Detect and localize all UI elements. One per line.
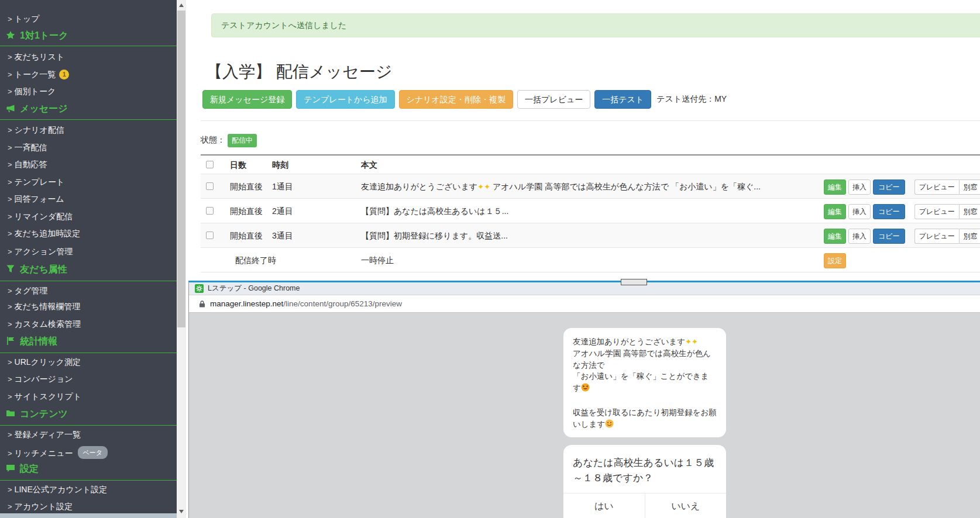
vertical-scrollbar[interactable] (177, 0, 186, 518)
divider (0, 46, 177, 46)
sidebar-item-registered-media[interactable]: >登録メディア一覧 (8, 429, 81, 440)
scrollbar-thumb[interactable] (177, 11, 185, 327)
divider (0, 353, 177, 353)
star-icon (6, 30, 16, 40)
new-window-button[interactable]: 別窓 (959, 229, 980, 244)
sidebar-item-template[interactable]: >テンプレート (8, 176, 64, 188)
sidebar-item-talk-list[interactable]: >トーク一覧1 (8, 68, 69, 80)
chevron-icon: > (8, 392, 12, 401)
chat-bubble-question: あなたは高校生あるいは１５歳～１８歳ですか？ はい いいえ (563, 445, 726, 518)
yes-button[interactable]: はい (563, 493, 645, 518)
scenario-settings-button[interactable]: シナリオ設定・削除・複製 (399, 90, 513, 109)
toolbar: 新規メッセージ登録 テンプレートから追加 シナリオ設定・削除・複製 一括プレビュ… (202, 90, 727, 109)
sidebar-item-top[interactable]: >トップ (8, 13, 40, 25)
message-table: 日数 時刻 本文 開始直後 1通目 友達追加ありがとうございます✦✦ アオハル学… (201, 154, 980, 272)
sidebar-item-tag-management[interactable]: >タグ管理 (8, 285, 47, 296)
sidebar-item-scenario-delivery[interactable]: >シナリオ配信 (8, 124, 64, 136)
edit-button[interactable]: 編集 (824, 179, 846, 195)
row-checkbox[interactable] (206, 207, 214, 215)
url-domain: manager.linestep.net (210, 299, 283, 308)
sidebar-item-rich-menu[interactable]: >リッチメニューベータ (8, 446, 108, 458)
sidebar-item-reminder-delivery[interactable]: >リマインダ配信 (8, 210, 73, 222)
insert-button[interactable]: 挿入 (848, 229, 871, 244)
new-window-button[interactable]: 別窓 (959, 204, 980, 219)
preview-button[interactable]: プレビュー (914, 179, 959, 195)
chevron-icon: > (8, 195, 12, 203)
copy-button[interactable]: コピー (873, 204, 905, 219)
column-header-time: 時刻 (272, 156, 288, 174)
popup-url-bar[interactable]: manager.linestep.net/line/content/group/… (189, 295, 980, 313)
chevron-icon: > (8, 430, 12, 439)
edit-button[interactable]: 編集 (824, 229, 846, 244)
sidebar-item-custom-search-management[interactable]: >カスタム検索管理 (8, 318, 81, 330)
sidebar-item-individual-talk[interactable]: >個別トーク (8, 85, 56, 97)
sidebar-bottom-strip (0, 513, 177, 518)
row-actions: 編集 挿入 コピー プレビュー別窓 (824, 229, 980, 244)
row-time: 1通目 (272, 174, 293, 199)
chevron-icon: > (8, 160, 12, 169)
edit-button[interactable]: 編集 (824, 204, 846, 219)
settings-button[interactable]: 設定 (824, 253, 846, 268)
sidebar-item-url-click-tracking[interactable]: >URLクリック測定 (8, 356, 81, 368)
sidebar-item-friend-list[interactable]: >友だちリスト (8, 51, 64, 63)
preview-button[interactable]: プレビュー (914, 229, 959, 244)
sidebar-item-site-script[interactable]: >サイトスクリプト (8, 391, 81, 402)
beta-badge: ベータ (78, 446, 108, 459)
sidebar-item-friend-info-management[interactable]: >友だち情報欄管理 (8, 301, 80, 312)
gear-favicon (195, 284, 204, 293)
table-row: 開始直後 1通目 友達追加ありがとうございます✦✦ アオハル学園 高等部では高校… (201, 174, 980, 199)
divider (0, 480, 177, 481)
sidebar-item-answer-form[interactable]: >回答フォーム (8, 193, 64, 205)
copy-button[interactable]: コピー (873, 229, 905, 244)
chevron-icon: > (8, 229, 12, 238)
row-actions: 編集 挿入 コピー プレビュー別窓 (824, 204, 980, 219)
insert-button[interactable]: 挿入 (848, 179, 871, 195)
divider (0, 119, 177, 120)
new-message-button[interactable]: 新規メッセージ登録 (202, 90, 292, 109)
smiling-face-icon (605, 419, 614, 431)
preview-button[interactable]: プレビュー (914, 204, 959, 219)
sidebar-item-friend-add-settings[interactable]: >友だち追加時設定 (8, 227, 80, 239)
sidebar-item-conversion[interactable]: >コンバージョン (8, 373, 73, 385)
bulk-test-button[interactable]: 一括テスト (594, 90, 651, 109)
new-window-button[interactable]: 別窓 (959, 179, 980, 195)
scroll-up-arrow-icon[interactable] (179, 4, 184, 7)
url-path: /line/content/group/65213/preview (283, 299, 402, 308)
lock-icon[interactable] (199, 300, 205, 308)
row-body: 一時停止 (361, 248, 980, 272)
chevron-icon: > (8, 375, 12, 384)
row-checkbox[interactable] (206, 232, 214, 239)
sidebar-section-1on1-talk: 1対1トーク (6, 29, 68, 42)
page-title: 【入学】 配信メッセージ (206, 61, 392, 83)
sidebar-section-settings: 設定 (6, 462, 39, 475)
popup-window-title: Lステップ - Google Chrome (208, 284, 300, 293)
select-all-checkbox[interactable] (206, 161, 214, 168)
chevron-icon: > (8, 15, 12, 23)
chevron-icon: > (8, 286, 12, 295)
scroll-down-arrow-icon[interactable] (179, 510, 184, 513)
chevron-icon: > (8, 212, 12, 221)
table-row: 開始直後 3通目 【質問】初期登録に移ります。収益送... 編集 挿入 コピー … (201, 223, 980, 248)
sidebar-item-account-settings[interactable]: >アカウント設定 (8, 500, 73, 512)
copy-button[interactable]: コピー (873, 179, 905, 195)
bulk-preview-button[interactable]: 一括プレビュー (517, 90, 590, 109)
chevron-icon: > (8, 502, 12, 511)
chevron-icon: > (8, 485, 12, 494)
add-from-template-button[interactable]: テンプレートから追加 (296, 90, 394, 109)
table-row: 開始直後 2通目 【質問】あなたは高校生あるいは１５... 編集 挿入 コピー … (201, 199, 980, 223)
column-header-body: 本文 (361, 156, 980, 174)
row-time: 2通目 (272, 199, 293, 223)
row-checkbox[interactable] (206, 182, 214, 190)
sidebar-item-auto-response[interactable]: >自動応答 (8, 158, 47, 170)
sidebar-item-action-management[interactable]: >アクション管理 (8, 246, 73, 257)
filter-icon (6, 264, 16, 274)
no-button[interactable]: いいえ (645, 493, 727, 518)
flag-icon (6, 336, 16, 346)
table-footer-row: 配信終了時 一時停止 設定 (201, 248, 980, 272)
row-time: 3通目 (272, 223, 293, 248)
chevron-icon: > (8, 320, 12, 329)
insert-button[interactable]: 挿入 (848, 204, 871, 219)
chevron-icon: > (8, 178, 12, 187)
sidebar-item-line-official-account-settings[interactable]: >LINE公式アカウント設定 (8, 484, 107, 495)
sidebar-item-bulk-delivery[interactable]: >一斉配信 (8, 141, 47, 153)
